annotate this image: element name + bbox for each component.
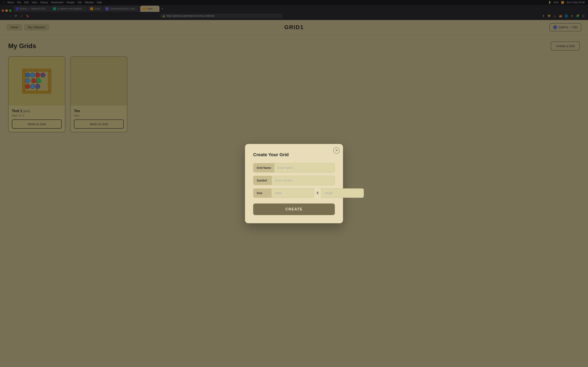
create-button[interactable]: CREATE [253, 203, 335, 215]
size-label: Size [253, 188, 272, 198]
grid-name-label: Grid Name [253, 163, 274, 172]
symbol-field: Symbol [253, 176, 335, 185]
close-icon: ✕ [335, 149, 338, 152]
symbol-label: Symbol [253, 176, 272, 185]
grid-name-field: Grid Name [253, 163, 335, 173]
symbol-input[interactable] [272, 176, 335, 185]
size-inputs: X [272, 188, 364, 198]
size-field: Size X [253, 188, 335, 198]
modal-title: Create Your Grid [253, 152, 335, 157]
create-grid-modal: ✕ Create Your Grid Grid Name Symbol Size… [245, 144, 343, 223]
grid-name-input[interactable] [274, 163, 335, 172]
modal-overlay[interactable]: ✕ Create Your Grid Grid Name Symbol Size… [0, 0, 588, 367]
height-input[interactable] [321, 188, 364, 198]
page-content: Home My Collection GRID1 0x8F41····7362 … [0, 20, 588, 365]
modal-close-button[interactable]: ✕ [333, 147, 340, 154]
x-separator: X [314, 191, 321, 195]
width-input[interactable] [272, 188, 314, 198]
